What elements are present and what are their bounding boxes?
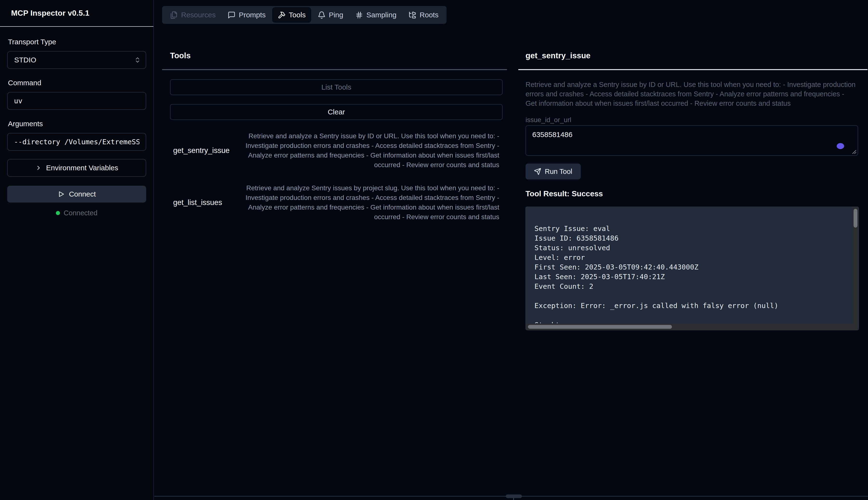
command-input[interactable] xyxy=(7,92,146,110)
play-icon xyxy=(58,191,65,198)
status-dot-green xyxy=(56,211,60,215)
tab-prompts[interactable]: Prompts xyxy=(222,7,271,23)
vertical-scrollbar[interactable] xyxy=(852,207,859,330)
connect-button[interactable]: Connect xyxy=(7,186,146,203)
resize-handle-icon[interactable] xyxy=(851,149,856,154)
horizontal-scrollbar-thumb[interactable] xyxy=(528,325,672,329)
arguments-label: Arguments xyxy=(8,120,146,128)
bottom-splitter-handle[interactable] xyxy=(506,495,522,498)
tab-sampling[interactable]: Sampling xyxy=(350,7,402,23)
run-tool-button[interactable]: Run Tool xyxy=(526,163,581,180)
vertical-scrollbar-thumb[interactable] xyxy=(854,209,857,228)
tools-list: get_sentry_issue Retrieve and analyze a … xyxy=(170,131,499,235)
clear-label: Clear xyxy=(328,108,345,116)
files-icon xyxy=(170,11,178,19)
tool-result-output[interactable]: Sentry Issue: eval Issue ID: 6358581486 … xyxy=(526,207,859,330)
tool-result-text: Sentry Issue: eval Issue ID: 6358581486 … xyxy=(535,224,847,323)
transport-type-select[interactable]: STDIO xyxy=(7,51,146,69)
transport-type-value: STDIO xyxy=(14,56,36,64)
clear-button[interactable]: Clear xyxy=(170,104,503,120)
status-text: Connected xyxy=(64,209,97,217)
selected-tool-heading: get_sentry_issue xyxy=(526,51,591,60)
transport-type-label: Transport Type xyxy=(8,38,146,46)
tool-result-heading: Tool Result: Success xyxy=(526,189,603,198)
tab-resources-label: Resources xyxy=(181,11,216,19)
hammer-icon xyxy=(278,11,286,19)
command-label: Command xyxy=(8,79,146,87)
hash-icon xyxy=(355,11,363,19)
list-tools-label: List Tools xyxy=(321,83,351,91)
tab-roots-label: Roots xyxy=(420,11,438,19)
chevron-right-icon xyxy=(35,164,42,171)
tool-name: get_sentry_issue xyxy=(170,146,229,155)
issue-id-input[interactable]: 6358581486 xyxy=(526,125,858,156)
tools-section-divider xyxy=(162,69,507,70)
bell-icon xyxy=(318,11,326,19)
environment-variables-button[interactable]: Environment Variables xyxy=(7,159,146,177)
tab-ping[interactable]: Ping xyxy=(312,7,349,23)
tab-roots[interactable]: Roots xyxy=(403,7,444,23)
tab-sampling-label: Sampling xyxy=(366,11,397,19)
selected-tool-description: Retrieve and analyze a Sentry issue by I… xyxy=(526,80,857,108)
main-tabbar: Resources Prompts Tools Ping Sampling Ro… xyxy=(162,6,446,24)
bottom-splitter-tick xyxy=(513,498,514,500)
tool-row-get-list-issues[interactable]: get_list_issues Retrieve and analyze Sen… xyxy=(170,183,499,222)
tool-name: get_list_issues xyxy=(170,198,222,207)
tool-description: Retrieve and analyze Sentry issues by pr… xyxy=(232,183,499,222)
arguments-input[interactable] xyxy=(7,133,146,151)
param-input-wrapper: 6358581486 xyxy=(526,125,858,156)
tab-tools-label: Tools xyxy=(289,11,306,19)
param-label: issue_id_or_url xyxy=(526,116,571,124)
extension-dot-icon xyxy=(837,143,844,149)
connect-label: Connect xyxy=(69,190,96,198)
tab-ping-label: Ping xyxy=(329,11,343,19)
chevrons-up-down-icon xyxy=(134,57,141,63)
tab-tools[interactable]: Tools xyxy=(272,7,311,23)
tool-description: Retrieve and analyze a Sentry issue by I… xyxy=(240,131,499,170)
list-tools-button[interactable]: List Tools xyxy=(170,79,503,95)
app-title: MCP Inspector v0.5.1 xyxy=(0,0,153,27)
tab-resources[interactable]: Resources xyxy=(164,7,221,23)
folder-tree-icon xyxy=(409,11,416,19)
run-tool-label: Run Tool xyxy=(545,168,572,175)
horizontal-scrollbar[interactable] xyxy=(526,324,859,330)
tool-row-get-sentry-issue[interactable]: get_sentry_issue Retrieve and analyze a … xyxy=(170,131,499,170)
send-icon xyxy=(534,168,541,175)
tools-section-heading: Tools xyxy=(170,51,191,60)
sidebar: MCP Inspector v0.5.1 Transport Type STDI… xyxy=(0,0,154,500)
chat-bubble-icon xyxy=(228,11,236,19)
selected-tool-divider xyxy=(518,69,868,70)
tab-prompts-label: Prompts xyxy=(239,11,266,19)
connection-status: Connected xyxy=(7,209,146,217)
environment-variables-label: Environment Variables xyxy=(46,164,118,172)
